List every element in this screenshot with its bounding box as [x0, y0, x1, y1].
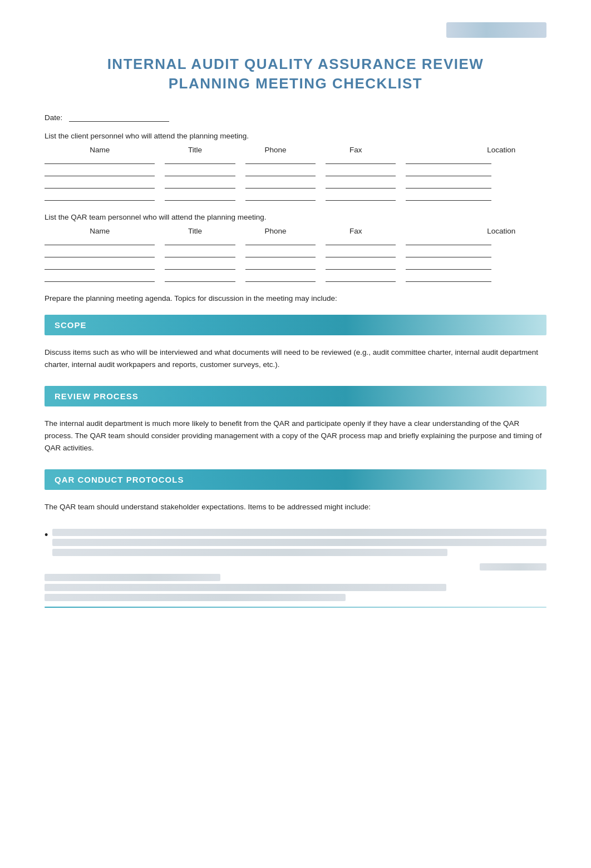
- qar-title-2[interactable]: [165, 250, 235, 257]
- client-fax-3[interactable]: [326, 181, 396, 189]
- client-name-2[interactable]: [45, 168, 155, 176]
- table-row: [45, 193, 546, 201]
- col-header-name-2: Name: [45, 227, 155, 235]
- blurred-line: [52, 539, 546, 546]
- client-fax-4[interactable]: [326, 193, 396, 201]
- col-header-title-1: Title: [155, 146, 235, 154]
- table-row: [45, 274, 546, 282]
- client-intro: List the client personnel who will atten…: [45, 132, 546, 140]
- review-process-body: The internal audit department is much mo…: [45, 418, 546, 454]
- client-location-4[interactable]: [406, 193, 491, 201]
- client-table: Name Title Phone Fax Location: [45, 146, 546, 201]
- date-label: Date:: [45, 113, 62, 122]
- date-row: Date:: [45, 113, 546, 122]
- qar-phone-2[interactable]: [245, 250, 316, 257]
- qar-location-1[interactable]: [406, 237, 491, 245]
- blurred-divider: [45, 607, 546, 608]
- qar-phone-1[interactable]: [245, 237, 316, 245]
- client-phone-2[interactable]: [245, 168, 316, 176]
- client-phone-3[interactable]: [245, 181, 316, 189]
- blurred-line: [52, 549, 447, 556]
- table-row: [45, 181, 546, 189]
- qar-fax-4[interactable]: [326, 274, 396, 282]
- qar-name-1[interactable]: [45, 237, 155, 245]
- blurred-line: [45, 574, 220, 581]
- col-header-phone-2: Phone: [235, 227, 316, 235]
- qar-title-1[interactable]: [165, 237, 235, 245]
- qar-name-2[interactable]: [45, 250, 155, 257]
- qar-phone-3[interactable]: [245, 262, 316, 270]
- client-title-4[interactable]: [165, 193, 235, 201]
- qar-location-4[interactable]: [406, 274, 491, 282]
- client-name-3[interactable]: [45, 181, 155, 189]
- page-title: INTERNAL AUDIT QUALITY ASSURANCE REVIEW …: [45, 54, 546, 93]
- qar-conduct-banner: QAR CONDUCT PROTOCOLS: [45, 469, 546, 490]
- logo-area: [45, 22, 546, 38]
- col-header-location-2: Location: [456, 227, 546, 235]
- col-header-title-2: Title: [155, 227, 235, 235]
- table-row: [45, 168, 546, 176]
- agenda-intro: Prepare the planning meeting agenda. Top…: [45, 294, 546, 302]
- client-title-3[interactable]: [165, 181, 235, 189]
- scope-title: SCOPE: [55, 320, 87, 330]
- client-title-2[interactable]: [165, 168, 235, 176]
- client-table-header: Name Title Phone Fax Location: [45, 146, 546, 154]
- col-header-phone-1: Phone: [235, 146, 316, 154]
- qar-conduct-intro: The QAR team should understand stakehold…: [45, 501, 546, 513]
- qar-location-2[interactable]: [406, 250, 491, 257]
- company-logo: [446, 22, 546, 38]
- client-location-1[interactable]: [406, 156, 491, 164]
- col-header-name-1: Name: [45, 146, 155, 154]
- qar-fax-2[interactable]: [326, 250, 396, 257]
- qar-name-3[interactable]: [45, 262, 155, 270]
- client-phone-4[interactable]: [245, 193, 316, 201]
- bullet-item-1: •: [45, 529, 546, 559]
- client-name-1[interactable]: [45, 156, 155, 164]
- client-fax-1[interactable]: [326, 156, 396, 164]
- qar-table-header: Name Title Phone Fax Location: [45, 227, 546, 235]
- page: INTERNAL AUDIT QUALITY ASSURANCE REVIEW …: [0, 0, 591, 868]
- blurred-content-block: [52, 529, 546, 559]
- blurred-line: [52, 529, 546, 536]
- table-row: [45, 250, 546, 257]
- client-fax-2[interactable]: [326, 168, 396, 176]
- client-title-1[interactable]: [165, 156, 235, 164]
- table-row: [45, 156, 546, 164]
- table-row: [45, 237, 546, 245]
- qar-name-4[interactable]: [45, 274, 155, 282]
- scope-body: Discuss items such as who will be interv…: [45, 346, 546, 370]
- qar-fax-1[interactable]: [326, 237, 396, 245]
- client-table-rows: [45, 156, 546, 201]
- table-row: [45, 262, 546, 270]
- date-input-line[interactable]: [69, 114, 169, 122]
- review-process-banner: REVIEW PROCESS: [45, 386, 546, 406]
- col-header-fax-2: Fax: [316, 227, 396, 235]
- qar-table: Name Title Phone Fax Location: [45, 227, 546, 282]
- qar-conduct-title: QAR CONDUCT PROTOCOLS: [55, 475, 184, 484]
- col-header-fax-1: Fax: [316, 146, 396, 154]
- qar-location-3[interactable]: [406, 262, 491, 270]
- client-location-3[interactable]: [406, 181, 491, 189]
- bullet-dot: •: [45, 530, 48, 540]
- client-name-4[interactable]: [45, 193, 155, 201]
- blurred-line: [45, 584, 446, 591]
- scope-banner: SCOPE: [45, 315, 546, 335]
- qar-fax-3[interactable]: [326, 262, 396, 270]
- client-location-2[interactable]: [406, 168, 491, 176]
- qar-title-4[interactable]: [165, 274, 235, 282]
- client-phone-1[interactable]: [245, 156, 316, 164]
- blurred-chunk: [480, 563, 546, 571]
- qar-intro: List the QAR team personnel who will att…: [45, 213, 546, 221]
- col-header-location-1: Location: [456, 146, 546, 154]
- bottom-blurred-area: [45, 563, 546, 608]
- blurred-line: [45, 594, 346, 601]
- qar-phone-4[interactable]: [245, 274, 316, 282]
- qar-table-rows: [45, 237, 546, 282]
- review-process-title: REVIEW PROCESS: [55, 391, 139, 401]
- qar-title-3[interactable]: [165, 262, 235, 270]
